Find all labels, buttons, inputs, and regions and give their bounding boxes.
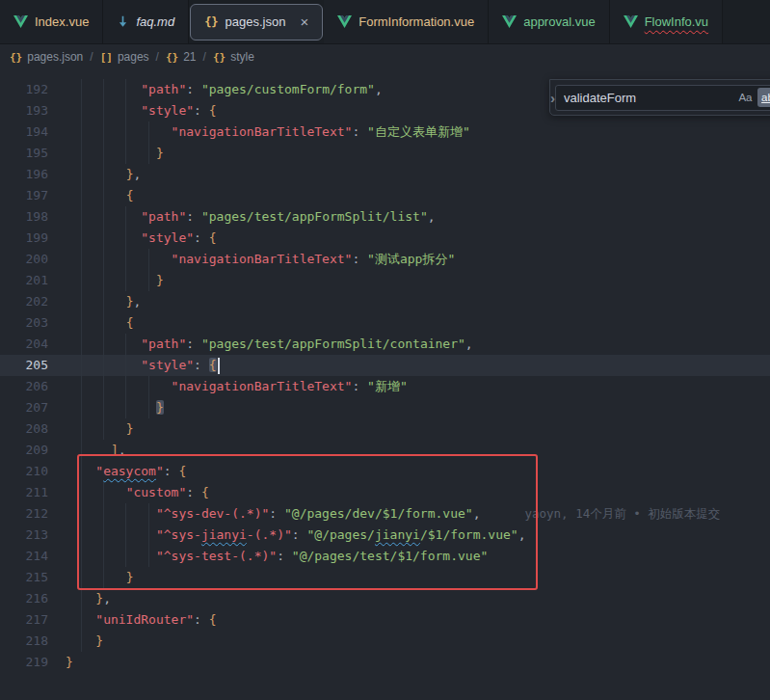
line-number[interactable]: 205: [0, 355, 48, 376]
line-number[interactable]: 207: [0, 397, 48, 418]
tab-flowinfo-vue[interactable]: FlowInfo.vu: [610, 0, 723, 43]
markdown-icon: [117, 15, 129, 28]
code-line[interactable]: 210 "easycom": {: [0, 461, 770, 482]
line-number[interactable]: 192: [0, 79, 48, 100]
code-text: "path": "pages/test/appFormSplit/list",: [48, 206, 436, 228]
vue-icon: [337, 15, 352, 28]
line-number[interactable]: 202: [0, 291, 48, 312]
find-widget: › Aa ab .*: [549, 79, 770, 116]
line-number[interactable]: 208: [0, 418, 48, 440]
code-line[interactable]: 198 "path": "pages/test/appFormSplit/lis…: [0, 206, 770, 228]
code-text: "style": {: [48, 228, 217, 249]
code-line[interactable]: 208 }: [0, 418, 770, 440]
breadcrumb-label: 21: [183, 50, 196, 64]
find-input[interactable]: [564, 91, 733, 105]
line-number[interactable]: 217: [0, 609, 48, 631]
code-line[interactable]: 217 "uniIdRouter": {: [0, 609, 770, 631]
tab-label: approval.vue: [523, 14, 595, 29]
code-text: "easycom": {: [48, 461, 186, 482]
code-text: "uniIdRouter": {: [48, 609, 217, 631]
code-line[interactable]: 206 "navigationBarTitleText": "新增": [0, 376, 770, 397]
code-text: "style": {: [48, 100, 217, 121]
match-case-toggle[interactable]: Aa: [735, 88, 756, 107]
code-text: }: [48, 397, 164, 418]
close-icon[interactable]: ×: [300, 14, 308, 29]
breadcrumb-item-pages[interactable]: [] pages: [100, 50, 149, 64]
line-number[interactable]: 206: [0, 376, 48, 397]
code-text: }: [48, 270, 164, 291]
code-line[interactable]: 196 },: [0, 164, 770, 185]
line-number[interactable]: 195: [0, 143, 48, 164]
code-line[interactable]: 201 }: [0, 270, 770, 291]
code-line[interactable]: 194 "navigationBarTitleText": "自定义表单新增": [0, 121, 770, 143]
tab-label: FlowInfo.vu: [645, 14, 708, 29]
code-line[interactable]: 199 "style": {: [0, 228, 770, 249]
line-number[interactable]: 203: [0, 312, 48, 334]
code-text: },: [48, 291, 141, 312]
line-number[interactable]: 219: [0, 652, 48, 673]
line-number[interactable]: 210: [0, 461, 48, 482]
code-line[interactable]: 205 "style": {: [0, 355, 770, 376]
line-number[interactable]: 196: [0, 164, 48, 185]
line-number[interactable]: 198: [0, 206, 48, 228]
tab-index-vue[interactable]: Index.vue: [0, 0, 103, 43]
editor[interactable]: 192 "path": "pages/customForm/form",193 …: [0, 69, 770, 700]
code-line[interactable]: 209 ],: [0, 440, 770, 461]
line-number[interactable]: 193: [0, 100, 48, 121]
line-number[interactable]: 212: [0, 503, 48, 525]
breadcrumb-label: pages: [118, 50, 149, 64]
vue-icon: [13, 15, 28, 28]
find-input-field: Aa ab .*: [555, 85, 770, 111]
code-text: "style": {: [48, 355, 220, 376]
code-line[interactable]: 211 "custom": {: [0, 482, 770, 503]
code-text: "^sys-jianyi-(.*)": "@/pages/jianyi/$1/f…: [48, 525, 525, 546]
line-number[interactable]: 200: [0, 249, 48, 270]
code-line[interactable]: 218 }: [0, 631, 770, 652]
line-number[interactable]: 216: [0, 588, 48, 609]
tab-faq-md[interactable]: faq.md: [103, 0, 189, 43]
code-line[interactable]: 216 },: [0, 588, 770, 609]
breadcrumb-item-style[interactable]: {} style: [213, 50, 254, 64]
line-number[interactable]: 215: [0, 567, 48, 588]
breadcrumb-item-pages-json[interactable]: {} pages.json: [10, 50, 83, 64]
tab-pages-json[interactable]: {} pages.json ×: [190, 4, 323, 40]
line-number[interactable]: 197: [0, 185, 48, 206]
code-line[interactable]: 219}: [0, 652, 770, 673]
line-number[interactable]: 204: [0, 334, 48, 355]
code-line[interactable]: 213 "^sys-jianyi-(.*)": "@/pages/jianyi/…: [0, 525, 770, 546]
code-text: }: [48, 567, 133, 588]
tab-label: Index.vue: [35, 14, 89, 29]
code-text: },: [48, 164, 141, 185]
code-text: {: [48, 312, 133, 334]
line-number[interactable]: 214: [0, 546, 48, 567]
line-number[interactable]: 211: [0, 482, 48, 503]
tab-forminformation-vue[interactable]: FormInformation.vue: [324, 0, 489, 43]
code-line[interactable]: 195 }: [0, 143, 770, 164]
code-text: "^sys-dev-(.*)": "@/pages/dev/$1/form.vu…: [48, 503, 720, 525]
line-number[interactable]: 199: [0, 228, 48, 249]
code-line[interactable]: 202 },: [0, 291, 770, 312]
code-line[interactable]: 203 {: [0, 312, 770, 334]
code-line[interactable]: 204 "path": "pages/test/appFormSplit/con…: [0, 334, 770, 355]
code-line[interactable]: 197 {: [0, 185, 770, 206]
code-line[interactable]: 214 "^sys-test-(.*)": "@/pages/test/$1/f…: [0, 546, 770, 567]
git-blame-annotation: yaoyn, 14个月前 • 初始版本提交: [524, 506, 720, 521]
code-line[interactable]: 207 }: [0, 397, 770, 418]
code-text: }: [48, 418, 133, 440]
code-text: "custom": {: [48, 482, 209, 503]
line-number[interactable]: 194: [0, 121, 48, 143]
tab-label: FormInformation.vue: [358, 14, 474, 29]
vue-icon: [624, 15, 638, 28]
code-line[interactable]: 200 "navigationBarTitleText": "测试app拆分": [0, 249, 770, 270]
line-number[interactable]: 218: [0, 631, 48, 652]
code-text: }: [48, 631, 103, 652]
array-icon: []: [100, 51, 113, 64]
code-line[interactable]: 212 "^sys-dev-(.*)": "@/pages/dev/$1/for…: [0, 503, 770, 525]
tab-approval-vue[interactable]: approval.vue: [489, 0, 609, 43]
line-number[interactable]: 213: [0, 525, 48, 546]
line-number[interactable]: 201: [0, 270, 48, 291]
whole-word-toggle[interactable]: ab: [757, 88, 770, 107]
line-number[interactable]: 209: [0, 440, 48, 461]
breadcrumb-item-21[interactable]: {} 21: [166, 50, 197, 64]
code-line[interactable]: 215 }: [0, 567, 770, 588]
